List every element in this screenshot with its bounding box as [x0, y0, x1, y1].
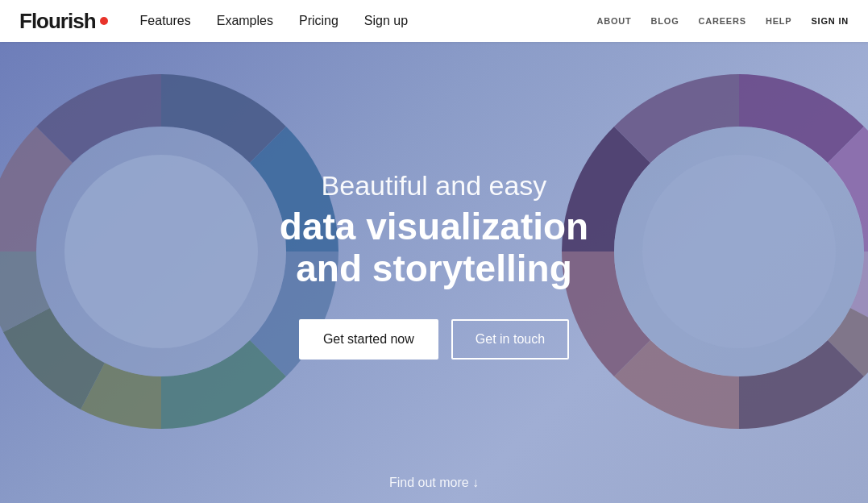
nav-careers[interactable]: Careers — [699, 16, 746, 26]
hero-buttons: Get started now Get in touch — [280, 319, 588, 360]
get-in-touch-button[interactable]: Get in touch — [451, 319, 569, 360]
hero-title-line2: and storytelling — [296, 247, 571, 289]
main-nav-links: Features Examples Pricing Sign up — [140, 14, 597, 28]
logo-text: Flourish — [19, 9, 96, 34]
nav-signin[interactable]: Sign in — [811, 16, 849, 26]
main-nav: Flourish Features Examples Pricing Sign … — [0, 0, 868, 42]
nav-about[interactable]: About — [596, 16, 631, 26]
nav-examples[interactable]: Examples — [217, 14, 273, 28]
svg-point-1 — [64, 155, 258, 348]
hero-section: Beautiful and easy data visualization an… — [0, 0, 868, 503]
logo[interactable]: Flourish — [19, 9, 108, 34]
hero-title: data visualization and storytelling — [280, 206, 588, 291]
logo-dot — [100, 17, 108, 25]
hero-subtitle: Beautiful and easy — [280, 169, 588, 202]
hero-title-line1: data visualization — [280, 206, 588, 247]
get-started-button[interactable]: Get started now — [299, 319, 438, 360]
svg-point-3 — [642, 155, 836, 348]
hero-content: Beautiful and easy data visualization an… — [280, 169, 588, 393]
nav-signup[interactable]: Sign up — [364, 14, 408, 28]
nav-features[interactable]: Features — [140, 14, 191, 28]
secondary-nav-links: About Blog Careers Help Sign in — [596, 16, 849, 26]
nav-blog[interactable]: Blog — [651, 16, 679, 26]
nav-help[interactable]: Help — [766, 16, 792, 26]
nav-pricing[interactable]: Pricing — [299, 14, 338, 28]
find-out-more[interactable]: Find out more ↓ — [389, 476, 479, 490]
